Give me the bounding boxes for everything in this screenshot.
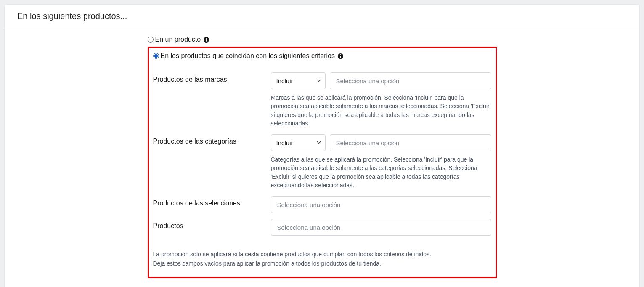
radio-criteria-products[interactable]: En los productos que coincidan con los s… [153,52,491,60]
radio-single-product[interactable]: En un producto [148,36,497,43]
svg-rect-4 [340,56,341,58]
label-products: Productos [153,219,271,230]
products-card: En los siguientes productos... En un pro… [4,4,640,287]
section-title: En los siguientes productos... [17,11,627,21]
radio-criteria-label: En los productos que coincidan con los s… [161,52,335,60]
footer-line2: Deja estos campos vacíos para aplicar la… [153,259,491,268]
row-products: Productos [153,219,491,236]
criteria-form: Productos de las marcas Incluir [153,72,491,236]
criteria-highlight-box: En los productos que coincidan con los s… [148,47,497,278]
selections-input[interactable] [271,196,491,213]
label-categories: Productos de las categorías [153,134,271,145]
info-icon[interactable] [203,37,209,43]
criteria-footer-note: La promoción solo se aplicará si la cest… [153,250,491,268]
radio-single-input[interactable] [148,37,154,43]
brands-input[interactable] [330,72,491,89]
info-icon[interactable] [337,53,344,59]
radio-criteria-input[interactable] [153,53,159,59]
label-brands: Productos de las marcas [153,72,271,83]
products-input[interactable] [271,219,491,236]
svg-point-2 [206,38,207,39]
card-header: En los siguientes productos... [5,5,639,28]
brands-include-select[interactable]: Incluir [271,72,326,89]
label-selections: Productos de las selecciones [153,196,271,207]
card-body: En un producto En los productos que coin… [5,28,639,287]
footer-line1: La promoción solo se aplicará si la cest… [153,250,491,259]
categories-include-select-wrap: Incluir [271,134,326,151]
svg-rect-1 [206,39,207,42]
radio-single-label: En un producto [155,36,201,43]
row-selections: Productos de las selecciones [153,196,491,213]
row-brands: Productos de las marcas Incluir [153,72,491,131]
row-categories: Productos de las categorías Incluir [153,134,491,193]
brands-include-select-wrap: Incluir [271,72,326,89]
categories-input[interactable] [330,134,491,151]
svg-point-5 [340,54,341,55]
categories-include-select[interactable]: Incluir [271,134,326,151]
brands-help: Marcas a las que se aplicará la promoció… [271,93,491,128]
categories-help: Categorías a las que se aplicará la prom… [271,155,491,189]
